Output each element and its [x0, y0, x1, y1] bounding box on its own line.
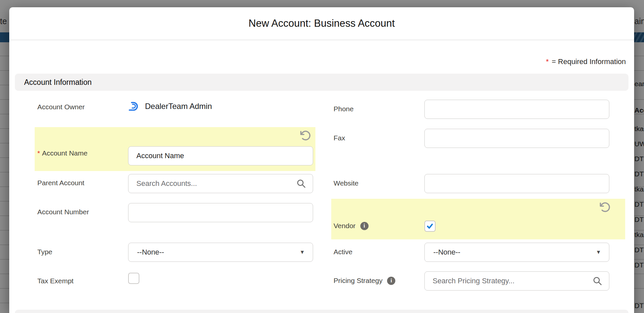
account-owner-label: Account Owner [37, 102, 85, 112]
section-header-account-information: Account Information [15, 74, 628, 91]
active-label: Active [334, 247, 352, 257]
dealerteam-logo-icon [128, 100, 141, 113]
parent-account-search-input[interactable] [128, 174, 313, 193]
info-icon[interactable]: i [360, 222, 369, 230]
modal-title: New Account: Business Account [249, 17, 395, 29]
pricing-strategy-search-input[interactable] [424, 271, 609, 291]
account-number-label: Account Number [37, 207, 89, 217]
vendor-highlight [331, 199, 625, 239]
parent-account-label: Parent Account [37, 178, 84, 188]
phone-input[interactable] [424, 100, 609, 119]
search-icon[interactable] [296, 179, 306, 189]
dropdown-caret-icon: ▼ [596, 249, 601, 255]
account-owner-name: DealerTeam Admin [145, 102, 212, 111]
fax-label: Fax [334, 133, 345, 143]
type-selected-value: --None-- [137, 248, 164, 257]
required-asterisk: * [37, 149, 40, 157]
type-select[interactable]: --None-- ▼ [128, 243, 313, 262]
new-account-modal: New Account: Business Account *= Require… [9, 7, 634, 313]
account-name-label: *Account Name [37, 149, 88, 158]
active-selected-value: --None-- [433, 248, 460, 257]
vendor-label-row: Vendor i [334, 221, 369, 230]
dropdown-caret-icon: ▼ [300, 249, 305, 255]
website-input[interactable] [424, 174, 609, 193]
checkmark-icon [426, 223, 434, 230]
fax-input[interactable] [424, 129, 609, 148]
search-icon[interactable] [592, 276, 602, 286]
required-information-legend: *= Required Information [546, 57, 626, 66]
undo-icon[interactable] [299, 130, 311, 142]
website-label: Website [334, 179, 358, 188]
account-name-input[interactable] [128, 146, 313, 165]
undo-icon[interactable] [598, 201, 610, 213]
phone-label: Phone [334, 104, 354, 114]
active-select[interactable]: --None-- ▼ [424, 243, 609, 262]
vendor-checkbox[interactable] [424, 221, 436, 232]
modal-header: New Account: Business Account [9, 7, 634, 40]
tax-exempt-checkbox[interactable] [128, 273, 139, 284]
vendor-label: Vendor [334, 221, 356, 230]
section-title: Account Information [24, 78, 92, 87]
info-icon[interactable]: i [387, 277, 395, 285]
required-legend-text: = Required Information [552, 57, 626, 66]
pricing-strategy-label-row: Pricing Strategy i [334, 276, 395, 285]
required-asterisk: * [546, 57, 549, 66]
next-section-header [15, 310, 628, 313]
tax-exempt-label: Tax Exempt [37, 276, 74, 286]
type-label: Type [37, 247, 53, 257]
pricing-strategy-label: Pricing Strategy [334, 276, 382, 285]
account-owner-value: DealerTeam Admin [128, 100, 212, 113]
account-number-input[interactable] [128, 203, 313, 222]
